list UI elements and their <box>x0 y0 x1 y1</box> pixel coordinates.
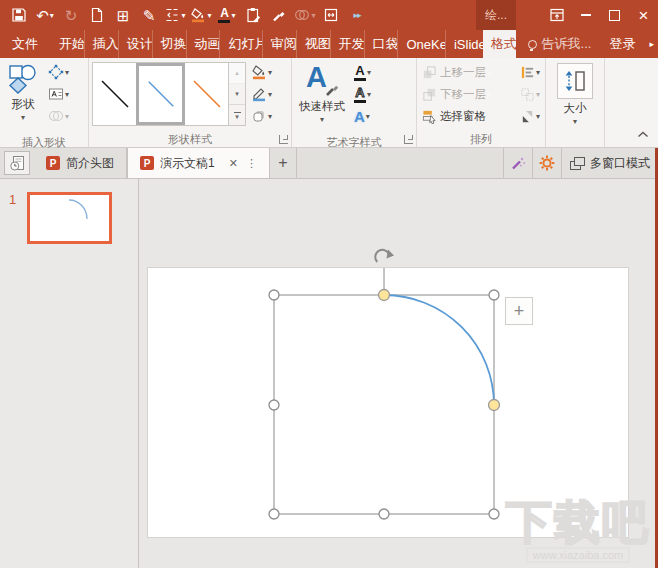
group-wordart-styles: A 快速样式 ▾ A ▾ A ▾ A ▾ <box>292 58 417 147</box>
close-button[interactable]: × <box>629 0 658 30</box>
rotate-button[interactable]: ▾ <box>518 105 542 127</box>
redo-button[interactable]: ↻ <box>58 2 84 28</box>
doc-tab-intro[interactable]: P 简介头图 <box>34 148 127 178</box>
tab-design[interactable]: 设计 <box>118 30 152 58</box>
chevron-down-icon[interactable]: ▾ <box>50 11 54 20</box>
tab-home[interactable]: 开始 <box>51 30 84 58</box>
resize-handle-mid-left[interactable] <box>269 400 279 410</box>
slide-canvas[interactable]: + 下载吧 www.xiazaiba.com <box>139 179 658 568</box>
slide-thumbnail[interactable] <box>27 192 112 244</box>
pen-icon: ✎ <box>143 8 156 23</box>
bring-forward-button[interactable]: 上移一层 ▾ <box>422 61 515 83</box>
fit-to-window-button[interactable] <box>318 2 344 28</box>
edit-shape-button[interactable]: ▾ <box>46 61 71 83</box>
tab-slideshow[interactable]: 幻灯片 <box>219 30 261 58</box>
ribbon-display-options-button[interactable] <box>542 0 571 30</box>
gallery-more-button[interactable]: ▾ <box>229 105 245 125</box>
resize-handle-bottom-right[interactable] <box>489 509 499 519</box>
tab-format[interactable]: 格式 <box>483 30 516 58</box>
tab-onekey[interactable]: OneKey <box>397 30 445 58</box>
align-button[interactable]: ▾ <box>518 61 542 83</box>
shape-fill-button[interactable]: ▾ <box>249 61 274 83</box>
new-doc-tab-button[interactable]: + <box>270 148 297 178</box>
paste-button[interactable] <box>240 2 266 28</box>
size-button[interactable]: 大小 ▾ <box>553 61 597 135</box>
autoplay-button[interactable]: ▸▸ <box>344 2 370 28</box>
tab-transitions[interactable]: 切换 <box>152 30 186 58</box>
multi-window-mode-button[interactable]: 多窗口模式 <box>561 148 658 178</box>
resize-handle-top-right[interactable] <box>489 290 499 300</box>
ribbon: 形状 ▾ ▾ ▾ ▾ 插入形状 <box>0 58 658 148</box>
chevron-down-icon[interactable]: ▾ <box>207 11 211 20</box>
wordart-styles-dialog-launcher[interactable] <box>404 135 413 144</box>
shape-styles-dialog-launcher[interactable] <box>279 135 288 144</box>
grid-view-button[interactable]: ⊞ <box>110 2 136 28</box>
shape-outline-button[interactable]: ▾ <box>249 83 274 105</box>
merge-shapes-ribbon-button[interactable]: ▾ <box>46 105 71 127</box>
selection-rectangle[interactable] <box>274 295 494 514</box>
settings-gear-button[interactable] <box>532 148 561 178</box>
text-fill-button[interactable]: A ▾ <box>352 61 373 83</box>
maximize-button[interactable] <box>600 0 629 30</box>
tab-review[interactable]: 审阅 <box>262 30 296 58</box>
canvas-plus-button[interactable]: + <box>505 297 533 325</box>
arc-shape[interactable] <box>384 295 494 405</box>
save-button[interactable] <box>6 2 32 28</box>
close-doc-tab-icon[interactable]: ✕ <box>229 157 238 170</box>
collapse-ribbon-button[interactable] <box>637 124 649 142</box>
text-outline-button[interactable]: A ▾ <box>352 83 373 105</box>
chevron-down-icon[interactable]: ▾ <box>311 11 315 20</box>
merge-shapes-button[interactable]: ▾ <box>292 2 318 28</box>
send-backward-button[interactable]: 下移一层 ▾ <box>422 83 515 105</box>
shapes-icon <box>7 63 39 95</box>
tab-overflow-arrow[interactable]: ▸ <box>645 30 658 58</box>
shape-effects-button[interactable]: ▾ <box>249 105 274 127</box>
tab-islide[interactable]: iSlide <box>445 30 483 58</box>
gallery-scroll-up-button[interactable]: ▴ <box>229 63 245 84</box>
selection-pane-button[interactable]: 选择窗格 <box>422 105 515 127</box>
sign-in-button[interactable]: 登录 <box>599 30 645 58</box>
tell-me-box[interactable]: 告诉我... <box>520 30 600 58</box>
tab-file[interactable]: 文件 <box>0 30 41 58</box>
watermark-url: www.xiazaiba.com <box>526 547 630 563</box>
minimize-button[interactable] <box>571 0 600 30</box>
text-effects-icon: A <box>354 109 365 124</box>
chevron-down-icon[interactable]: ▾ <box>181 11 185 20</box>
fill-color-button[interactable]: ▾ <box>188 2 214 28</box>
new-file-button[interactable] <box>84 2 110 28</box>
doc-tab-menu-icon[interactable]: ⋮ <box>246 157 257 170</box>
shape-style-option-black[interactable] <box>93 63 136 125</box>
tab-pocket[interactable]: 口袋 <box>364 30 398 58</box>
quick-styles-button[interactable]: A 快速样式 ▾ <box>295 61 349 135</box>
shape-style-option-blue-selected[interactable] <box>136 63 185 125</box>
adjust-handle-arc-end[interactable] <box>489 400 500 411</box>
merge-shapes-icon <box>294 7 310 23</box>
text-effects-button[interactable]: A ▾ <box>352 105 373 127</box>
adjust-handle-arc-start[interactable] <box>379 290 390 301</box>
tab-developer[interactable]: 开发 <box>330 30 364 58</box>
gallery-scroll-down-button[interactable]: ▾ <box>229 84 245 105</box>
resize-handle-bottom-left[interactable] <box>269 509 279 519</box>
chevron-down-icon[interactable]: ▾ <box>231 11 235 20</box>
tab-view[interactable]: 视图 <box>296 30 330 58</box>
recent-files-button[interactable] <box>4 151 30 175</box>
rotation-handle[interactable] <box>375 250 394 263</box>
magic-wand-button[interactable] <box>503 148 532 178</box>
format-painter-button[interactable] <box>266 2 292 28</box>
shape-style-option-orange[interactable] <box>185 63 228 125</box>
shapes-button[interactable]: 形状 ▾ <box>3 61 43 135</box>
eyedropper-button[interactable]: ✎ <box>136 2 162 28</box>
outline-level-button[interactable]: ▾ <box>162 2 188 28</box>
tab-animations[interactable]: 动画 <box>186 30 220 58</box>
font-color-button[interactable]: A ▾ <box>214 2 240 28</box>
undo-button[interactable]: ↶▾ <box>32 2 58 28</box>
tab-insert[interactable]: 插入 <box>84 30 118 58</box>
resize-handle-bottom-center[interactable] <box>379 509 389 519</box>
send-backward-label: 下移一层 <box>440 87 486 102</box>
chevron-down-icon: ▾ <box>573 117 577 126</box>
doc-tab-presentation1[interactable]: P 演示文稿1 ✕ ⋮ <box>127 148 270 178</box>
resize-handle-top-left[interactable] <box>269 290 279 300</box>
text-box-button[interactable]: ▾ <box>46 83 71 105</box>
chevron-down-icon: ▾ <box>65 68 69 77</box>
group-objects-button[interactable]: ▾ <box>518 83 542 105</box>
